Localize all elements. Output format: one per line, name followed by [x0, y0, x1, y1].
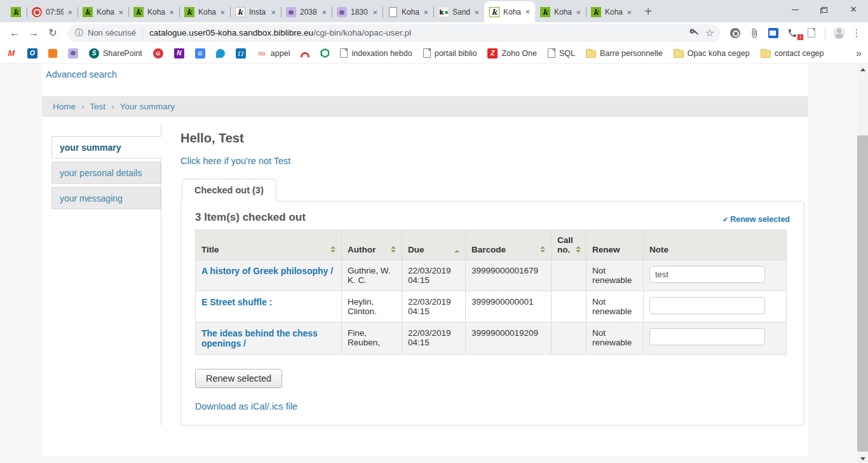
tab-koha-2[interactable]: Koha	[128, 2, 179, 22]
minimize-button[interactable]	[780, 0, 810, 19]
window-close-button[interactable]	[839, 0, 868, 19]
tab-1830[interactable]: 1830	[332, 2, 383, 22]
scroll-down-arrow-icon[interactable]	[857, 454, 868, 463]
close-icon[interactable]	[474, 8, 479, 17]
bookmark-orange-cube[interactable]	[48, 49, 57, 58]
column-header-author[interactable]: Author	[342, 230, 402, 260]
bookmark-zoho[interactable]: Zoho One	[487, 48, 537, 59]
tab-checked-out[interactable]: Checked out (3)	[182, 179, 276, 202]
bookmark-contact-cegep[interactable]: contact cegep	[761, 49, 824, 58]
close-icon[interactable]	[169, 8, 174, 17]
pinned-tab-koha[interactable]	[5, 2, 27, 22]
renew-selected-button[interactable]: Renew selected	[195, 369, 282, 388]
security-label[interactable]: Non sécurisé	[88, 28, 136, 38]
item-title-link[interactable]: A history of Greek philosophy /	[201, 266, 333, 276]
bookmark-sharepoint[interactable]: SharePoint	[89, 48, 142, 59]
close-icon[interactable]	[322, 8, 327, 17]
bookmark-star-icon[interactable]	[705, 27, 714, 39]
tab-koha-4[interactable]: Koha	[535, 2, 586, 22]
breadcrumb-test[interactable]: Test	[90, 102, 105, 111]
scrollbar-thumb[interactable]	[857, 135, 868, 452]
download-ical-link[interactable]: Download as iCal/.ics file	[195, 401, 297, 411]
tab-koha-1[interactable]: Koha	[78, 2, 128, 22]
close-icon[interactable]	[67, 8, 72, 17]
bookmark-portail[interactable]: portail biblio	[423, 48, 477, 58]
sort-icon[interactable]	[576, 246, 581, 254]
close-icon[interactable]	[220, 8, 225, 17]
extension-power-icon[interactable]	[727, 28, 743, 38]
scroll-up-arrow-icon[interactable]	[857, 65, 868, 74]
address-bar[interactable]: Non sécurisé catalogue.user05-koha.sandb…	[67, 24, 721, 42]
advanced-search-link[interactable]: Advanced search	[46, 69, 117, 79]
item-title-link[interactable]: The ideas behind the chess openings /	[201, 328, 318, 349]
column-header-call-no[interactable]: Call no.	[552, 230, 587, 260]
extension-document-icon[interactable]	[803, 28, 820, 38]
tab-timer[interactable]: 07:59	[27, 2, 78, 22]
close-icon[interactable]	[576, 8, 581, 17]
extension-phone-icon[interactable]: !	[784, 28, 801, 38]
bookmark-hexagon[interactable]	[320, 48, 329, 58]
bookmark-brackets[interactable]	[236, 48, 246, 59]
tab-koha-3[interactable]: Koha	[179, 2, 230, 22]
bookmark-onenote[interactable]	[174, 48, 184, 59]
item-title-link[interactable]: E Street shuffle :	[201, 297, 272, 307]
note-input[interactable]	[649, 297, 765, 314]
column-header-due[interactable]: Due	[402, 230, 466, 260]
bookmarks-overflow-chevron[interactable]	[856, 48, 862, 59]
bookmark-red-arc[interactable]	[301, 49, 309, 57]
tab-insta[interactable]: Insta	[230, 2, 281, 22]
forward-button[interactable]	[25, 27, 42, 39]
bookmark-outlook[interactable]	[27, 48, 37, 59]
close-icon[interactable]	[271, 8, 276, 17]
tab-2038[interactable]: 2038	[281, 2, 332, 22]
page-scrollbar[interactable]	[857, 64, 868, 463]
new-tab-button[interactable]	[639, 3, 657, 20]
bookmark-barre-personnelle[interactable]: Barre personnelle	[586, 49, 663, 58]
menu-kebab-icon[interactable]	[850, 27, 863, 39]
column-header-title[interactable]: Title	[196, 230, 342, 260]
bookmark-red-badge[interactable]	[153, 48, 163, 59]
column-header-note[interactable]: Note	[644, 230, 787, 260]
bookmark-chat[interactable]	[216, 49, 225, 58]
extension-paperclip-icon[interactable]	[746, 28, 763, 38]
sidebar-item-your-messaging[interactable]: your messaging	[51, 187, 161, 209]
bookmark-paw[interactable]	[68, 48, 78, 59]
close-icon[interactable]	[423, 8, 428, 17]
tab-sandbox[interactable]: Sand	[433, 2, 484, 22]
sort-icon[interactable]	[330, 246, 336, 254]
info-icon[interactable]	[75, 27, 83, 39]
tab-koha-active[interactable]: Koha	[484, 1, 535, 22]
column-header-barcode[interactable]: Barcode	[466, 230, 552, 260]
bookmark-gmail[interactable]	[6, 48, 17, 59]
sidebar-item-your-personal-details[interactable]: your personal details	[51, 162, 161, 184]
renew-selected-link[interactable]: Renew selected	[722, 215, 790, 224]
column-header-renew[interactable]: Renew	[587, 230, 644, 260]
close-icon[interactable]	[525, 8, 530, 16]
close-icon[interactable]	[118, 8, 123, 17]
tab-koha-doc[interactable]: Koha	[383, 2, 433, 22]
bookmark-translate[interactable]	[195, 48, 205, 59]
profile-avatar[interactable]	[833, 27, 845, 39]
note-input[interactable]	[649, 266, 765, 283]
breadcrumb-home[interactable]: Home	[53, 102, 76, 111]
bookmark-opac-koha[interactable]: Opac koha cegep	[674, 49, 750, 58]
password-key-icon[interactable]	[689, 27, 699, 39]
sort-icon[interactable]	[391, 246, 396, 254]
close-icon[interactable]	[372, 8, 377, 17]
bookmark-indexation[interactable]: indexation hebdo	[340, 48, 412, 58]
reload-button[interactable]	[44, 27, 61, 39]
extension-calendar-icon[interactable]	[765, 28, 782, 38]
note-input[interactable]	[649, 328, 765, 345]
breadcrumb-your-summary[interactable]: Your summary	[119, 102, 175, 111]
close-icon[interactable]	[627, 8, 632, 17]
bookmark-sql[interactable]: SQL	[548, 48, 575, 58]
sort-icon[interactable]	[540, 246, 545, 254]
maximize-button[interactable]	[810, 0, 839, 19]
not-you-link[interactable]: Click here if you're not Test	[180, 156, 290, 166]
bookmark-appel[interactable]: appel	[257, 48, 290, 59]
sidebar-item-your-summary[interactable]: your summary	[51, 136, 161, 158]
tab-koha-5[interactable]: Koha	[586, 2, 637, 22]
url-text[interactable]: catalogue.user05-koha.sandbox.biblibre.e…	[149, 28, 683, 38]
sort-asc-icon[interactable]	[454, 250, 459, 254]
back-button[interactable]	[6, 27, 23, 39]
